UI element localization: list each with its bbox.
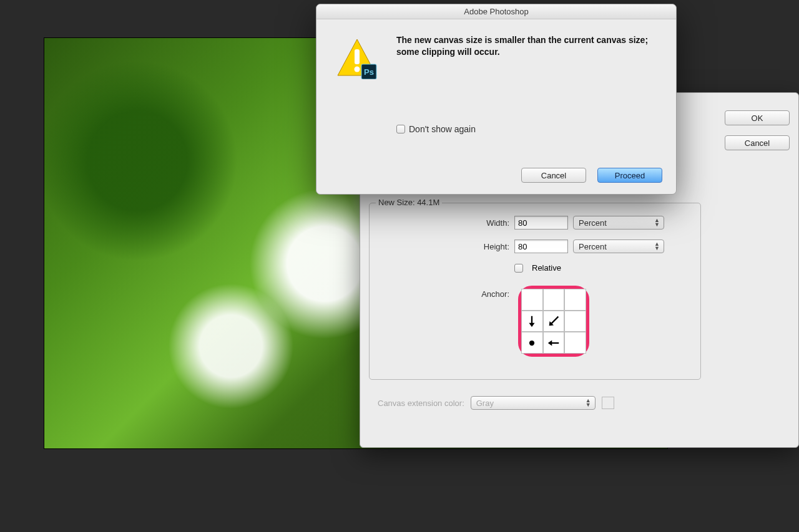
warning-icon: Ps — [336, 38, 378, 79]
arrow-down-icon — [525, 314, 539, 328]
width-unit-value: Percent — [579, 218, 607, 228]
new-size-legend: New Size: 44.1M — [376, 198, 442, 207]
arrow-left-icon — [547, 336, 561, 350]
anchor-cell-bl[interactable] — [521, 332, 543, 354]
warning-cancel-label: Cancel — [541, 171, 566, 180]
width-unit-select[interactable]: Percent ▲▼ — [573, 216, 664, 230]
height-unit-select[interactable]: Percent ▲▼ — [573, 239, 664, 253]
anchor-grid[interactable] — [521, 289, 586, 354]
new-size-fieldset: New Size: 44.1M Width: Percent ▲▼ Height… — [369, 203, 701, 380]
warning-cancel-button[interactable]: Cancel — [521, 168, 586, 183]
svg-point-4 — [529, 341, 534, 346]
svg-rect-8 — [355, 49, 360, 64]
width-label: Width: — [370, 218, 509, 228]
svg-text:Ps: Ps — [364, 67, 374, 77]
anchor-cell-ml[interactable] — [521, 311, 543, 332]
extension-color-select[interactable]: Gray ▲▼ — [471, 396, 596, 410]
dont-show-again-label: Don't show again — [409, 124, 476, 134]
relative-label: Relative — [532, 263, 561, 273]
chevron-updown-icon: ▲▼ — [654, 218, 660, 227]
width-input[interactable] — [514, 216, 568, 230]
height-input[interactable] — [514, 239, 568, 253]
anchor-cell-mc[interactable] — [543, 311, 565, 332]
svg-line-2 — [551, 317, 558, 324]
svg-marker-6 — [548, 340, 552, 346]
relative-checkbox[interactable] — [514, 264, 523, 273]
chevron-updown-icon: ▲▼ — [654, 242, 660, 251]
anchor-cell-bc[interactable] — [543, 332, 565, 354]
height-label: Height: — [370, 242, 509, 251]
warning-message: The new canvas size is smaller than the … — [396, 34, 652, 58]
warning-dialog: Adobe Photoshop Ps The new canvas size i… — [316, 4, 677, 195]
chevron-updown-icon: ▲▼ — [586, 399, 591, 407]
svg-marker-1 — [529, 323, 535, 327]
extension-color-label: Canvas extension color: — [378, 399, 464, 408]
anchor-cell-mr[interactable] — [564, 311, 586, 332]
dont-show-again-checkbox[interactable] — [396, 125, 405, 133]
warning-proceed-label: Proceed — [615, 171, 645, 180]
warning-dialog-title: Adobe Photoshop — [316, 4, 676, 19]
warning-proceed-button[interactable]: Proceed — [597, 168, 662, 183]
extension-color-swatch[interactable] — [602, 397, 614, 409]
height-unit-value: Percent — [579, 242, 607, 251]
anchor-origin-icon — [525, 336, 539, 350]
anchor-highlight — [518, 286, 589, 357]
anchor-cell-tl[interactable] — [521, 289, 543, 311]
extension-color-value: Gray — [476, 399, 494, 408]
arrow-down-left-icon — [547, 314, 561, 328]
svg-point-9 — [355, 67, 360, 72]
anchor-cell-br[interactable] — [564, 332, 586, 354]
anchor-cell-tc[interactable] — [543, 289, 565, 311]
anchor-cell-tr[interactable] — [564, 289, 586, 311]
anchor-label: Anchor: — [370, 289, 509, 299]
